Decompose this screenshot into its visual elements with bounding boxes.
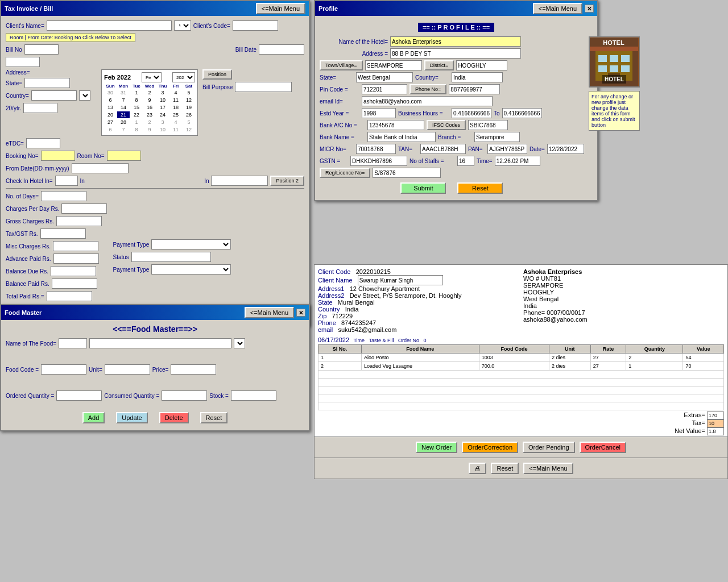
ifsc-btn[interactable]: IFSC Codes [427,120,466,130]
food-main-menu-btn[interactable]: <=Main Menu [245,307,294,318]
cal-day[interactable]: 12 [183,126,195,133]
cal-day[interactable]: 20 [104,111,117,118]
tax-input-op[interactable] [707,419,724,427]
profile-close-btn[interactable]: ✕ [585,5,594,13]
cal-day[interactable]: 19 [183,104,195,111]
ordered-qty-input[interactable] [56,390,102,401]
cal-day[interactable]: 26 [183,111,195,118]
tax-gst-input[interactable] [40,228,86,239]
cal-day[interactable]: 22 [130,111,143,118]
cal-day[interactable]: 15 [130,104,143,111]
estd-input[interactable] [362,108,396,118]
country-input2[interactable] [452,72,503,82]
cal-day[interactable]: 16 [143,104,156,111]
balance-paid-input[interactable] [52,278,97,289]
bh-to-input[interactable] [502,108,542,118]
cal-day[interactable]: 10 [156,126,169,133]
new-order-btn[interactable]: New Order [416,442,457,453]
time-input2[interactable] [495,156,540,166]
payment-type2-select[interactable] [151,264,231,275]
no-days-input[interactable] [41,191,86,201]
food-delete-btn[interactable]: Delete [159,412,189,423]
gstn-input[interactable] [350,156,407,166]
bank-ac-input[interactable] [367,120,424,130]
cal-day[interactable]: 3 [156,119,169,126]
cal-day[interactable]: 2 [143,89,156,96]
country-select[interactable]: ▼ [79,90,90,101]
date-input2[interactable] [547,144,584,154]
bill-no-input[interactable] [24,44,59,55]
cal-day[interactable]: 10 [156,97,169,103]
position2-btn[interactable]: Position 2 [270,176,304,186]
cal-day[interactable]: 1 [130,119,143,126]
cal-day[interactable]: 4 [169,119,182,126]
client-name-select[interactable]: ▼ [174,20,191,31]
micr-input[interactable] [356,144,396,154]
status-input[interactable] [131,252,211,262]
cal-day[interactable]: 25 [169,111,182,118]
hotel-name-input[interactable] [390,36,521,47]
cal-month-select[interactable]: Feb [142,72,162,82]
cal-day[interactable]: 13 [104,104,117,111]
cal-day[interactable]: 5 [183,89,195,96]
stock-input[interactable] [231,390,276,401]
advance-paid-input[interactable] [53,253,99,264]
charges-day-input[interactable] [61,203,107,214]
checkin-input[interactable] [55,176,78,186]
bill-no-input2[interactable] [6,57,40,67]
order-correction-btn[interactable]: OrderCorrection [462,442,518,453]
cal-day[interactable]: 7 [117,126,130,133]
cal-day[interactable]: 11 [169,126,182,133]
food-name-select[interactable]: ▼ [234,338,245,348]
invoice-main-menu-btn[interactable]: <=Main Menu [256,3,305,14]
state-input[interactable] [24,78,70,88]
order-cancel-btn[interactable]: OrderCancel [580,442,626,453]
extras-input[interactable] [707,411,724,419]
food-name-input[interactable] [89,338,231,348]
food-update-btn[interactable]: Update [116,412,147,423]
address-input[interactable] [390,48,521,59]
cal-day[interactable]: 18 [169,104,182,111]
tan-input[interactable] [420,144,466,154]
balance-due-input[interactable] [51,266,96,276]
state-input2[interactable] [356,72,413,82]
booking-no-input[interactable] [41,151,75,161]
in2-input[interactable] [211,176,268,186]
price-input[interactable] [171,364,216,375]
order-print-btn[interactable]: 🖨 [469,463,486,474]
cal-day[interactable]: 17 [156,104,169,111]
pin-input[interactable] [362,84,407,94]
cal-day[interactable]: 8 [130,97,143,103]
staffs-input[interactable] [457,156,474,166]
food-add-btn[interactable]: Add [82,412,105,423]
cal-day[interactable]: 4 [169,89,182,96]
cal-day[interactable]: 24 [156,111,169,118]
food-name-prefix-input[interactable] [59,338,87,348]
phone-btn[interactable]: Phone No= [410,84,446,94]
payment-type-select[interactable] [151,239,231,250]
branch-input[interactable] [474,132,520,142]
email-input[interactable] [362,96,493,106]
cal-day[interactable]: 8 [130,126,143,133]
profile-reset-btn[interactable]: Reset [457,182,503,194]
pan-input[interactable] [487,144,527,154]
misc-charges-input[interactable] [53,241,98,251]
cal-day[interactable]: 2 [143,119,156,126]
cal-day[interactable]: 1 [130,89,143,96]
order-main-menu-btn[interactable]: <=Main Menu [523,463,573,474]
zopytr-input[interactable] [23,103,57,113]
country-input[interactable] [31,90,77,101]
town-input[interactable] [365,60,422,70]
order-reset-btn[interactable]: Reset [491,463,519,474]
cal-day[interactable]: 3 [156,89,169,96]
gross-charges-input[interactable] [56,216,102,226]
etdc-input[interactable] [26,138,60,148]
cal-day[interactable]: 14 [117,104,130,111]
cal-year-select[interactable]: 2022 [172,72,195,82]
cal-day[interactable]: 30 [104,89,117,96]
client-name-input-op[interactable] [358,275,443,285]
consumed-qty-input[interactable] [162,390,207,401]
cal-day[interactable]: 5 [183,119,195,126]
phone-input[interactable] [449,84,500,94]
net-total-input[interactable] [707,427,724,435]
